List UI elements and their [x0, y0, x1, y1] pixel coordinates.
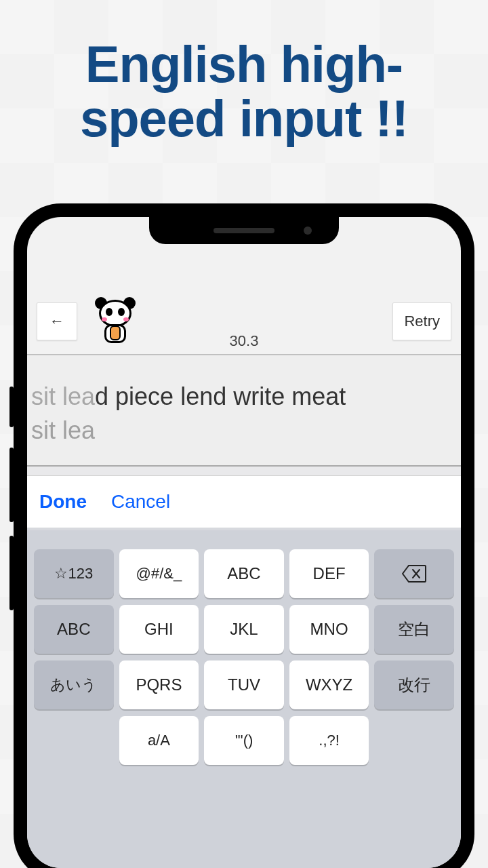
- key-quotes[interactable]: '"(): [204, 716, 284, 765]
- key-mno[interactable]: MNO: [289, 605, 369, 654]
- cancel-button[interactable]: Cancel: [111, 491, 170, 513]
- key-def[interactable]: DEF: [289, 549, 369, 598]
- target-text: sit lead piece lend write meat: [31, 382, 457, 411]
- keyboard-row-2: ABC GHI JKL MNO 空白: [34, 605, 454, 654]
- phone-side-button: [9, 536, 14, 610]
- key-numsym[interactable]: ☆123: [34, 549, 114, 598]
- user-input-text[interactable]: sit lea: [31, 416, 457, 445]
- key-space[interactable]: 空白: [374, 605, 454, 654]
- keyboard-action-row: Done Cancel: [27, 476, 461, 530]
- phone-notch: [149, 217, 339, 244]
- key-case-toggle[interactable]: a/A: [119, 716, 199, 765]
- key-ghi[interactable]: GHI: [119, 605, 199, 654]
- phone-screen: ← Retry 30.3 sit lead piece lend write m…: [27, 217, 461, 868]
- key-pqrs[interactable]: PQRS: [119, 660, 199, 709]
- key-punct[interactable]: .,?!: [289, 716, 369, 765]
- keyboard-row-4: a/A '"() .,?!: [34, 716, 454, 765]
- hero-title: English high-speed input !!: [14, 37, 474, 146]
- phone-side-button: [9, 387, 14, 427]
- keyboard: ☆123 @#/&_ ABC DEF ABC GHI JKL MN: [27, 530, 461, 868]
- retry-button[interactable]: Retry: [392, 302, 451, 340]
- panda-mascot-icon: [91, 297, 140, 346]
- timer-display: 30.3: [230, 332, 259, 350]
- done-button[interactable]: Done: [39, 491, 87, 513]
- typing-area: sit lead piece lend write meat sit lea: [27, 355, 461, 467]
- target-text-remaining: d piece lend write meat: [95, 382, 346, 410]
- phone-side-button: [9, 448, 14, 522]
- key-return[interactable]: 改行: [374, 660, 454, 709]
- keyboard-row-1: ☆123 @#/&_ ABC DEF: [34, 549, 454, 598]
- keyboard-row-3: あいう PQRS TUV WXYZ 改行: [34, 660, 454, 709]
- key-tuv[interactable]: TUV: [204, 660, 284, 709]
- key-wxyz[interactable]: WXYZ: [289, 660, 369, 709]
- speaker-grill: [214, 228, 274, 233]
- backspace-icon: [402, 564, 426, 583]
- key-mode-kana[interactable]: あいう: [34, 660, 114, 709]
- back-button[interactable]: ←: [37, 302, 77, 340]
- phone-frame: ← Retry 30.3 sit lead piece lend write m…: [14, 203, 474, 868]
- app-container: ← Retry 30.3 sit lead piece lend write m…: [27, 285, 461, 868]
- front-camera: [304, 226, 312, 235]
- key-symbols[interactable]: @#/&_: [119, 549, 199, 598]
- key-mode-abc[interactable]: ABC: [34, 605, 114, 654]
- app-toolbar: ← Retry 30.3: [27, 285, 461, 355]
- key-jkl[interactable]: JKL: [204, 605, 284, 654]
- target-text-typed: sit lea: [31, 382, 95, 410]
- hero-section: English high-speed input !!: [0, 0, 488, 159]
- key-backspace[interactable]: [374, 549, 454, 598]
- key-abc[interactable]: ABC: [204, 549, 284, 598]
